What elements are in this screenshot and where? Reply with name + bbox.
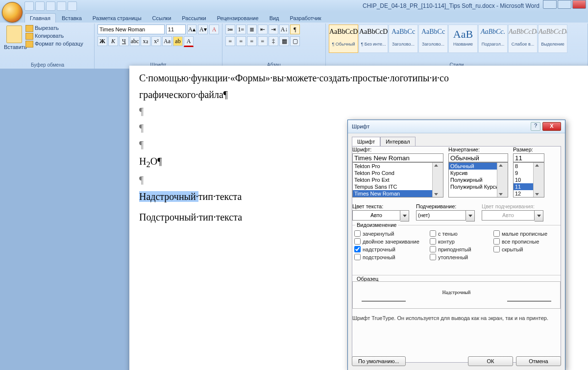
- underline-button[interactable]: Ч: [119, 36, 129, 46]
- clear-format-button[interactable]: A: [209, 25, 219, 34]
- label-style: Начертание:: [448, 147, 508, 152]
- font-listbox[interactable]: Tekton Pro Tekton Pro Cond Tekton Pro Ex…: [352, 162, 443, 197]
- font-input[interactable]: [352, 153, 443, 162]
- scrollbar[interactable]: [497, 163, 508, 197]
- paste-button[interactable]: Вставить: [4, 25, 24, 50]
- office-button[interactable]: [2, 2, 23, 23]
- font-size-combo[interactable]: 11: [166, 25, 186, 34]
- tab-references[interactable]: Ссылки: [147, 14, 176, 23]
- default-button[interactable]: По умолчанию...: [352, 356, 406, 366]
- style-gallery-item[interactable]: AaBbCcDd¶ Обычный: [329, 25, 358, 53]
- chk-shadow[interactable]: с тенью: [430, 230, 471, 237]
- sort-button[interactable]: A↓: [279, 25, 289, 34]
- borders-button[interactable]: ▢: [290, 36, 300, 46]
- dropdown-button: [535, 210, 543, 222]
- font-name-combo[interactable]: Times New Roman: [98, 25, 165, 34]
- style-gallery-item[interactable]: AaBbCc.Подзагол...: [478, 25, 508, 53]
- copy-button[interactable]: Копировать: [24, 32, 84, 40]
- tab-review[interactable]: Рецензирование: [212, 14, 264, 23]
- scrollbar[interactable]: [533, 163, 544, 197]
- tab-home[interactable]: Главная: [24, 13, 56, 23]
- align-center-button[interactable]: ≡: [236, 36, 246, 46]
- style-gallery-item[interactable]: AaBbCcЗаголово...: [389, 25, 418, 53]
- numbering-button[interactable]: 1≡: [236, 25, 246, 34]
- label-font: Шрифт:: [352, 147, 443, 152]
- dialog-tab-spacing[interactable]: Интервал: [380, 137, 415, 147]
- strike-button[interactable]: abc: [130, 36, 140, 46]
- show-marks-button[interactable]: ¶: [290, 25, 300, 34]
- grow-font-button[interactable]: A▴: [187, 25, 197, 34]
- style-gallery-item[interactable]: AaBbCcDdСлабое в...: [508, 25, 538, 53]
- sample-preview: Надстрочный: [352, 281, 561, 309]
- size-input[interactable]: [513, 153, 544, 162]
- indent-inc-button[interactable]: ⇥: [269, 25, 278, 34]
- dialog-close-button[interactable]: X: [542, 122, 561, 131]
- justify-button[interactable]: ≡: [258, 36, 268, 46]
- close-button[interactable]: [572, 0, 586, 9]
- align-right-button[interactable]: ≡: [247, 36, 257, 46]
- qat-save-icon[interactable]: [24, 1, 34, 11]
- qat-print-icon[interactable]: [57, 1, 66, 11]
- ok-button[interactable]: ОК: [468, 356, 513, 366]
- maximize-button[interactable]: [558, 0, 571, 9]
- chk-emboss[interactable]: приподнятый: [430, 246, 471, 252]
- chk-smallcaps[interactable]: малые прописные: [493, 230, 547, 237]
- label-font-color: Цвет текста:: [352, 203, 409, 209]
- label-underline-color: Цвет подчеркивания:: [482, 203, 543, 209]
- dialog-titlebar[interactable]: Шрифт ? X: [348, 120, 565, 133]
- multilevel-button[interactable]: ≣: [247, 25, 257, 34]
- change-case-button[interactable]: Aa: [162, 36, 172, 46]
- underline-color-dropdown: Авто: [482, 210, 535, 221]
- style-listbox[interactable]: Обычный Курсив Полужирный Полужирный Кур…: [448, 162, 508, 197]
- styles-gallery[interactable]: AaBbCcDd¶ ОбычныйAaBbCcDd¶ Без инте...Aa…: [329, 25, 585, 53]
- highlight-button[interactable]: ab: [173, 36, 183, 46]
- cancel-button[interactable]: Отмена: [516, 356, 561, 366]
- subscript-button[interactable]: x₂: [141, 36, 150, 46]
- dialog-help-button[interactable]: ?: [531, 122, 540, 131]
- style-gallery-item[interactable]: AaBbCcDd¶ Без инте...: [359, 25, 388, 53]
- bold-button[interactable]: Ж: [98, 36, 107, 46]
- chk-superscript[interactable]: надстрочный: [354, 246, 419, 252]
- italic-button[interactable]: К: [108, 36, 118, 46]
- style-gallery-item[interactable]: AaBНазвание: [448, 25, 478, 53]
- style-gallery-item[interactable]: AaBbCcЗаголово...: [418, 25, 448, 53]
- dialog-tab-font[interactable]: Шрифт: [352, 137, 380, 147]
- align-left-button[interactable]: ≡: [225, 36, 235, 46]
- cut-button[interactable]: Вырезать: [24, 25, 84, 32]
- tab-developer[interactable]: Разработчик: [285, 14, 326, 23]
- format-painter-button[interactable]: Формат по образцу: [24, 40, 84, 48]
- chk-engrave[interactable]: утопленный: [430, 254, 471, 260]
- font-color-button[interactable]: A: [184, 36, 194, 47]
- window-title: CHIP_DE_04-18_PR_[110-114]_Tips Soft_ru.…: [363, 2, 539, 9]
- chk-subscript[interactable]: подстрочный: [354, 254, 419, 260]
- dropdown-button[interactable]: [400, 210, 409, 222]
- underline-dropdown[interactable]: (нет): [416, 210, 466, 221]
- qat-redo-icon[interactable]: [46, 1, 55, 11]
- line-spacing-button[interactable]: ‡: [269, 36, 278, 46]
- font-color-dropdown[interactable]: Авто: [352, 210, 400, 221]
- tab-view[interactable]: Вид: [265, 14, 284, 23]
- chk-outline[interactable]: контур: [430, 238, 471, 245]
- qat-more-icon[interactable]: [68, 1, 77, 11]
- style-gallery-item[interactable]: AaBbCcDdВыделение: [538, 25, 567, 53]
- chk-hidden[interactable]: скрытый: [493, 246, 547, 252]
- chk-strike[interactable]: зачеркнутый: [354, 230, 419, 237]
- selected-text: Надстрочный·: [139, 191, 198, 202]
- chk-double-strike[interactable]: двойное зачеркивание: [354, 238, 419, 245]
- label-underline: Подчеркивание:: [416, 203, 475, 209]
- tab-page-layout[interactable]: Разметка страницы: [88, 14, 147, 23]
- chk-allcaps[interactable]: все прописные: [493, 238, 547, 245]
- qat-undo-icon[interactable]: [35, 1, 45, 11]
- tab-insert[interactable]: Вставка: [57, 14, 87, 23]
- shrink-font-button[interactable]: A▾: [198, 25, 208, 34]
- minimize-button[interactable]: [543, 0, 557, 9]
- scrollbar[interactable]: [432, 163, 443, 197]
- tab-mailings[interactable]: Рассылки: [177, 14, 211, 23]
- size-listbox[interactable]: 8 9 10 11 12: [513, 162, 544, 197]
- indent-dec-button[interactable]: ⇤: [258, 25, 268, 34]
- dropdown-button[interactable]: [466, 210, 475, 222]
- superscript-button[interactable]: x²: [151, 36, 161, 46]
- shading-button[interactable]: ▦: [279, 36, 289, 46]
- style-input[interactable]: [448, 153, 508, 162]
- bullets-button[interactable]: ≔: [225, 25, 235, 34]
